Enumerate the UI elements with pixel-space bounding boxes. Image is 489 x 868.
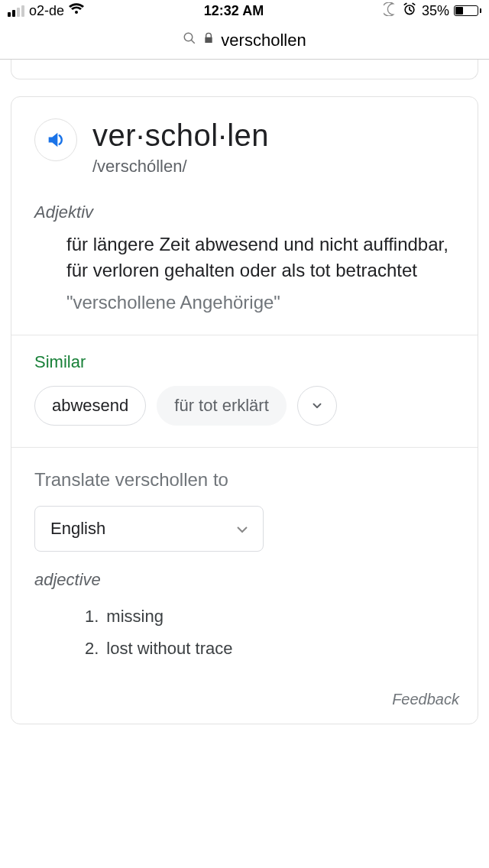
browser-address-bar[interactable]: verschollen — [0, 21, 489, 60]
pronounce-button[interactable] — [34, 118, 77, 161]
similar-chips: abwesend für tot erklärt — [11, 386, 478, 447]
translate-language-select[interactable]: English — [34, 506, 264, 552]
part-of-speech: Adjektiv — [11, 183, 478, 232]
definition-text: für längere Zeit abwesend und nicht auff… — [11, 232, 478, 287]
battery-icon — [454, 5, 481, 16]
alarm-icon — [402, 2, 417, 21]
headword: ver·schol·len — [92, 118, 269, 152]
battery-percent: 35% — [422, 3, 449, 19]
selected-language: English — [50, 519, 105, 539]
caret-down-icon — [237, 519, 248, 539]
cellular-signal-icon — [8, 5, 24, 17]
wifi-icon — [69, 3, 84, 19]
speaker-icon — [45, 129, 66, 151]
chevron-down-icon — [310, 399, 324, 413]
translation-text: lost without trace — [106, 633, 232, 665]
list-item: 2. lost without trace — [85, 633, 455, 665]
feedback-link[interactable]: Feedback — [11, 677, 478, 724]
translation-text: missing — [106, 601, 164, 633]
search-icon — [183, 31, 196, 49]
list-number: 1. — [85, 601, 99, 633]
clock: 12:32 AM — [204, 3, 264, 19]
expand-similar-button[interactable] — [297, 386, 337, 426]
list-item: 1. missing — [85, 601, 455, 633]
example-text: "verschollene Angehörige" — [11, 287, 478, 335]
address-text: verschollen — [221, 31, 306, 50]
translation-list: 1. missing 2. lost without trace — [11, 601, 478, 677]
svg-point-1 — [185, 33, 193, 41]
carrier-label: o2-de — [29, 3, 64, 19]
moon-icon — [384, 2, 397, 20]
translation-pos: adjective — [11, 567, 478, 601]
pronunciation: /verschóllen/ — [92, 157, 269, 177]
similar-chip[interactable]: abwesend — [34, 386, 146, 426]
status-bar: o2-de 12:32 AM 35% — [0, 0, 489, 21]
translate-label: Translate verschollen to — [11, 448, 478, 506]
similar-chip: für tot erklärt — [157, 386, 286, 426]
list-number: 2. — [85, 633, 99, 665]
similar-label: Similar — [11, 335, 478, 386]
dictionary-card: ver·schol·len /verschóllen/ Adjektiv für… — [11, 96, 478, 724]
lock-icon — [202, 31, 215, 49]
previous-card-edge — [11, 60, 478, 79]
